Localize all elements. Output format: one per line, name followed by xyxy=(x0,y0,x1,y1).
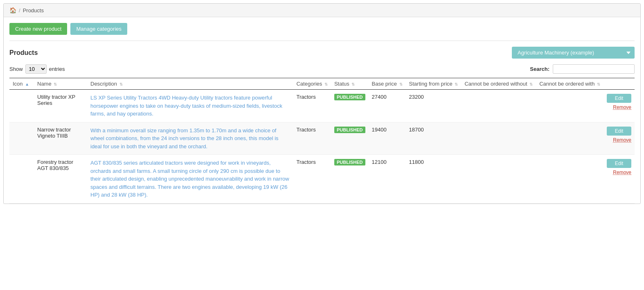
sort-icon-base-price: ⇅ xyxy=(399,82,403,86)
sort-up-icon: ▲ xyxy=(25,82,29,86)
category-filter-wrapper: Agriculture Machinery (example) xyxy=(512,47,635,59)
page-wrapper: 🏠 / Products Create new product Manage c… xyxy=(3,3,641,204)
col-categories[interactable]: Categories ⇅ xyxy=(293,78,331,90)
edit-button-1[interactable]: Edit xyxy=(607,127,631,136)
sort-icon-status: ⇅ xyxy=(351,82,355,86)
cell-actions-1: Edit Remove xyxy=(603,122,635,155)
cell-cannot-without-0 xyxy=(461,90,536,122)
remove-button-1[interactable]: Remove xyxy=(607,137,631,143)
cell-categories-0: Tractors xyxy=(293,90,331,122)
col-name-label: Name xyxy=(37,81,52,87)
products-table: Icon ▲ Name ⇅ Description ⇅ Categories ⇅ xyxy=(9,78,635,204)
breadcrumb: 🏠 / Products xyxy=(4,4,640,17)
show-entries-control: Show 10 25 50 100 entries xyxy=(9,64,65,74)
home-icon[interactable]: 🏠 xyxy=(9,7,16,14)
remove-button-2[interactable]: Remove xyxy=(607,170,631,175)
col-status-label: Status xyxy=(334,81,349,87)
table-row: Narrow tractor Vigneto TIIIB With a mini… xyxy=(9,122,635,155)
col-description[interactable]: Description ⇅ xyxy=(87,78,293,90)
sort-icon-from-price: ⇅ xyxy=(455,82,458,86)
cell-icon-2 xyxy=(9,155,34,204)
col-cannot-ordered-with-label: Cannot be ordered with xyxy=(539,81,594,87)
cell-icon-1 xyxy=(9,122,34,155)
col-cannot-ordered-without[interactable]: Cannot be ordered without ⇅ xyxy=(461,78,536,90)
table-row: Utility tractor XP Series LS XP Series U… xyxy=(9,90,635,122)
breadcrumb-separator: / xyxy=(19,7,20,14)
col-starting-from-price[interactable]: Starting from price ⇅ xyxy=(406,78,462,90)
col-categories-label: Categories xyxy=(296,81,322,87)
cell-status-0: PUBLISHED xyxy=(331,90,369,122)
entries-label: entries xyxy=(49,66,65,72)
breadcrumb-current: Products xyxy=(23,7,44,14)
col-icon-label: Icon xyxy=(13,81,23,87)
col-cannot-ordered-without-label: Cannot be ordered without xyxy=(464,81,527,87)
manage-categories-button[interactable]: Manage categories xyxy=(70,23,127,35)
content-area: Products Agriculture Machinery (example)… xyxy=(4,41,640,204)
content-header: Products Agriculture Machinery (example) xyxy=(9,47,635,59)
cell-categories-1: Tractors xyxy=(293,122,331,155)
cell-categories-2: Tractors xyxy=(293,155,331,204)
cell-cannot-with-2 xyxy=(536,155,603,204)
table-header-row: Icon ▲ Name ⇅ Description ⇅ Categories ⇅ xyxy=(9,78,635,90)
sort-icon-name: ⇅ xyxy=(54,82,57,86)
cell-base-price-2: 12100 xyxy=(369,155,406,204)
sort-icon-cat: ⇅ xyxy=(324,82,328,86)
cell-description-2: AGT 830/835 series articulated tractors … xyxy=(87,155,293,204)
cell-description-1: With a minimum overall size ranging from… xyxy=(87,122,293,155)
col-name[interactable]: Name ⇅ xyxy=(34,78,87,90)
cell-from-price-2: 11800 xyxy=(406,155,462,204)
cell-cannot-without-1 xyxy=(461,122,536,155)
col-starting-from-price-label: Starting from price xyxy=(409,81,453,87)
cell-cannot-without-2 xyxy=(461,155,536,204)
cell-status-1: PUBLISHED xyxy=(331,122,369,155)
cell-base-price-0: 27400 xyxy=(369,90,406,122)
cell-actions-2: Edit Remove xyxy=(603,155,635,204)
col-icon[interactable]: Icon ▲ xyxy=(9,78,34,90)
cell-name-1: Narrow tractor Vigneto TIIIB xyxy=(34,122,87,155)
edit-button-0[interactable]: Edit xyxy=(607,94,631,103)
page-title: Products xyxy=(9,49,38,57)
cell-actions-0: Edit Remove xyxy=(603,90,635,122)
cell-cannot-with-0 xyxy=(536,90,603,122)
sort-icon-desc: ⇅ xyxy=(119,82,123,86)
col-base-price-label: Base price xyxy=(372,81,397,87)
status-badge-0: PUBLISHED xyxy=(334,94,365,100)
category-dropdown[interactable]: Agriculture Machinery (example) xyxy=(512,47,635,59)
cell-name-0: Utility tractor XP Series xyxy=(34,90,87,122)
search-input[interactable] xyxy=(553,64,635,74)
cell-name-2: Forestry tractor AGT 830/835 xyxy=(34,155,87,204)
table-row: Forestry tractor AGT 830/835 AGT 830/835… xyxy=(9,155,635,204)
create-new-product-button[interactable]: Create new product xyxy=(9,23,67,35)
col-actions xyxy=(603,78,635,90)
entries-per-page-select[interactable]: 10 25 50 100 xyxy=(25,64,47,74)
toolbar: Create new product Manage categories xyxy=(4,17,640,41)
search-area: Search: xyxy=(530,64,635,74)
search-label: Search: xyxy=(530,66,549,72)
col-base-price[interactable]: Base price ⇅ xyxy=(369,78,406,90)
remove-button-0[interactable]: Remove xyxy=(607,104,631,110)
cell-from-price-1: 18700 xyxy=(406,122,462,155)
status-badge-1: PUBLISHED xyxy=(334,127,365,133)
cell-base-price-1: 19400 xyxy=(369,122,406,155)
sort-icon-cannot-without: ⇅ xyxy=(529,82,533,86)
table-controls: Show 10 25 50 100 entries Search: xyxy=(9,64,635,74)
edit-button-2[interactable]: Edit xyxy=(607,159,631,168)
col-description-label: Description xyxy=(90,81,117,87)
cell-cannot-with-1 xyxy=(536,122,603,155)
cell-description-0: LS XP Series Utility Tractors 4WD Heavy-… xyxy=(87,90,293,122)
cell-from-price-0: 23200 xyxy=(406,90,462,122)
cell-status-2: PUBLISHED xyxy=(331,155,369,204)
show-label: Show xyxy=(9,66,23,72)
sort-icon-cannot-with: ⇅ xyxy=(597,82,600,86)
status-badge-2: PUBLISHED xyxy=(334,159,365,165)
col-status[interactable]: Status ⇅ xyxy=(331,78,369,90)
cell-icon-0 xyxy=(9,90,34,122)
col-cannot-ordered-with[interactable]: Cannot be ordered with ⇅ xyxy=(536,78,603,90)
